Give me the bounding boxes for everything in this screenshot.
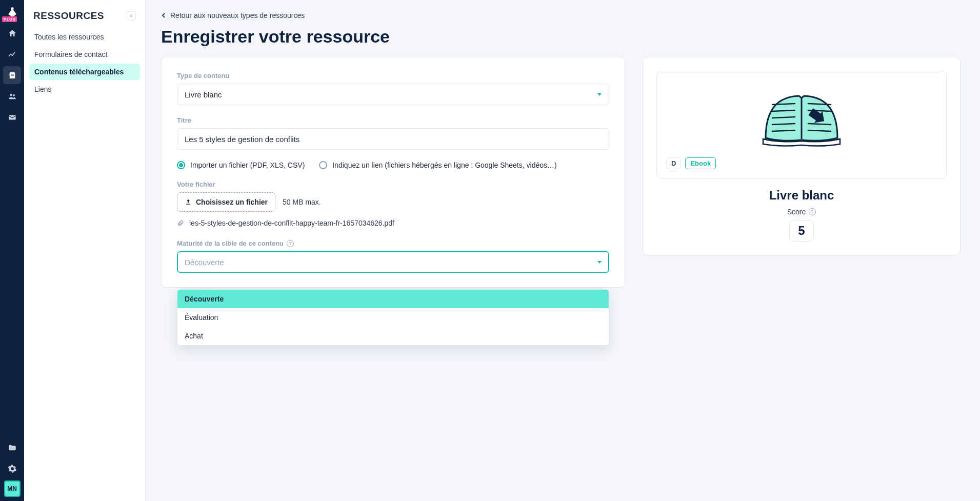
svg-rect-1 — [11, 74, 14, 74]
book-illustration — [758, 87, 845, 148]
sidebar-item-all[interactable]: Toutes les ressources — [29, 29, 140, 45]
nav-resources-icon[interactable] — [3, 66, 21, 84]
back-link[interactable]: Retour aux nouveaux types de ressources — [161, 11, 965, 19]
file-label: Votre fichier — [177, 181, 609, 188]
help-icon[interactable]: ? — [287, 240, 294, 247]
maturity-dropdown: Découverte Évaluation Achat — [177, 289, 609, 346]
back-label: Retour aux nouveaux types de ressources — [170, 11, 305, 19]
radio-import-file-label: Importer un fichier (PDF, XLS, CSV) — [190, 161, 305, 169]
nav-home-icon[interactable] — [3, 24, 21, 42]
sidebar-item-links[interactable]: Liens — [29, 81, 140, 97]
maturity-label: Maturité de la cible de ce contenu ? — [177, 239, 609, 247]
attached-file: les-5-styles-de-gestion-de-conflit-happy… — [177, 219, 609, 227]
upload-icon — [185, 198, 192, 206]
chevron-left-icon — [161, 12, 166, 18]
sidebar: RESSOURCES Toutes les ressources Formula… — [24, 0, 146, 501]
nav-mail-icon[interactable] — [3, 108, 21, 126]
main-content: Retour aux nouveaux types de ressources … — [146, 0, 980, 501]
file-max-hint: 50 MB max. — [283, 198, 321, 206]
collapse-sidebar-icon[interactable] — [127, 11, 136, 21]
content-type-label: Type de contenu — [177, 72, 609, 79]
preview-badge-tag: Ebook — [685, 157, 716, 169]
choose-file-label: Choisissez un fichier — [196, 198, 268, 206]
preview-title: Livre blanc — [769, 188, 834, 203]
maturity-option-evaluation[interactable]: Évaluation — [177, 308, 609, 327]
nav-analytics-icon[interactable] — [3, 45, 21, 63]
help-icon[interactable]: ? — [809, 208, 816, 215]
radio-dot-off-icon — [319, 161, 327, 169]
maturity-select[interactable]: Découverte — [177, 251, 609, 273]
content-type-select[interactable]: Livre blanc — [177, 84, 609, 105]
title-value: Les 5 styles de gestion de conflits — [185, 135, 299, 144]
nav-folder-icon[interactable] — [3, 438, 21, 456]
radio-import-link-label: Indiquez un lien (fichiers hébergés en l… — [332, 161, 556, 169]
svg-point-4 — [13, 94, 15, 96]
title-label: Titre — [177, 116, 609, 124]
maturity-placeholder: Découverte — [185, 258, 224, 267]
radio-dot-on-icon — [177, 161, 185, 169]
paperclip-icon — [177, 219, 184, 227]
content-type-value: Livre blanc — [185, 90, 222, 99]
caret-down-icon — [597, 93, 602, 96]
sidebar-title: RESSOURCES — [33, 10, 104, 22]
svg-point-3 — [10, 93, 12, 96]
nav-contacts-icon[interactable] — [3, 87, 21, 105]
app-logo[interactable]: PLUS — [3, 3, 21, 21]
sidebar-item-forms[interactable]: Formulaires de contact — [29, 46, 140, 63]
caret-down-icon — [597, 261, 602, 264]
score-label: Score ? — [787, 208, 816, 216]
attached-file-name: les-5-styles-de-gestion-de-conflit-happy… — [189, 219, 394, 227]
maturity-option-achat[interactable]: Achat — [177, 327, 609, 345]
radio-import-file[interactable]: Importer un fichier (PDF, XLS, CSV) — [177, 161, 305, 169]
nav-rail: PLUS MN — [0, 0, 24, 501]
radio-import-link[interactable]: Indiquez un lien (fichiers hébergés en l… — [319, 161, 556, 169]
page-title: Enregistrer votre ressource — [161, 27, 965, 47]
preview-card: D Ebook Livre blanc Score ? 5 — [643, 57, 961, 255]
maturity-option-decouverte[interactable]: Découverte — [177, 290, 609, 308]
plus-badge: PLUS — [2, 16, 17, 22]
svg-rect-5 — [9, 115, 16, 119]
preview-box: D Ebook — [656, 71, 947, 179]
form-card: Type de contenu Livre blanc Titre Les 5 … — [161, 57, 625, 288]
nav-settings-icon[interactable] — [3, 459, 21, 477]
user-avatar[interactable]: MN — [4, 480, 21, 497]
score-value: 5 — [789, 220, 813, 242]
sidebar-item-downloads[interactable]: Contenus téléchargeables — [29, 64, 140, 80]
choose-file-button[interactable]: Choisissez un fichier — [177, 192, 275, 212]
title-input[interactable]: Les 5 styles de gestion de conflits — [177, 128, 609, 150]
preview-badge-letter: D — [666, 157, 681, 169]
svg-rect-2 — [11, 75, 14, 75]
